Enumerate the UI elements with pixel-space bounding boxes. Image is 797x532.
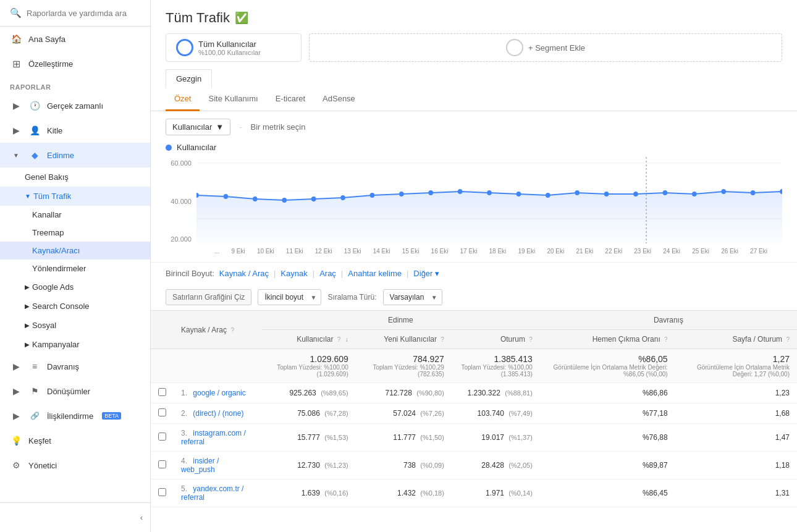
pages-help-icon[interactable]: ? (786, 336, 790, 343)
dim-anahtar-kelime[interactable]: Anahtar kelime (348, 269, 402, 278)
home-icon: 🏠 (10, 33, 22, 45)
sidebar-item-yonlendirmeler[interactable]: Yönlendirmeler (0, 260, 150, 277)
row-2-sessions-pct: (%7,49) (508, 410, 533, 417)
row-3-checkbox[interactable] (158, 433, 166, 441)
row-1-users: 925.263 (289, 389, 316, 397)
dim-arac[interactable]: Araç (319, 269, 336, 278)
plot-rows-button[interactable]: Satırların Grafiğini Çiz (166, 289, 251, 305)
add-metric-button[interactable]: Bir metrik seçin (251, 122, 306, 132)
tab-gezgin[interactable]: Gezgin (166, 69, 212, 88)
sidebar-item-davranis[interactable]: ▶ ≡ Davranış (0, 354, 150, 379)
row-5-source[interactable]: yandex.com.tr / referral (181, 484, 243, 502)
y-label-40k: 40.000 (166, 198, 196, 205)
dim-diger[interactable]: Diğer ▾ (413, 269, 439, 278)
col-header-new-users[interactable]: Yeni Kullanıcılar ? (356, 330, 452, 349)
users-help-icon[interactable]: ? (337, 336, 341, 343)
row-1-sessions: 1.230.322 (467, 389, 500, 397)
row-2-new-users-pct: (%7,26) (420, 410, 444, 417)
segment-1[interactable]: Tüm Kullanıcılar %100,00 Kullanıcılar (166, 33, 302, 62)
total-pages-sub: Görüntüleme İçin Ortalama Metrik Değeri:… (683, 364, 790, 378)
sidebar-item-kampanyalar[interactable]: ▶ Kampanyalar (0, 335, 150, 354)
col-header-sessions[interactable]: Oturum ? (452, 330, 540, 349)
bounce-help-icon[interactable]: ? (664, 336, 668, 343)
dim-kaynak-arac[interactable]: Kaynak / Araç (219, 269, 269, 278)
chart-plot (196, 157, 782, 245)
tab-site-kullanimi[interactable]: Site Kullanımı (200, 88, 266, 111)
sidebar-item-kitle[interactable]: ▶ 👤 Kitle (0, 118, 150, 143)
col-header-pages[interactable]: Sayfa / Oturum ? (675, 330, 797, 349)
sidebar-item-kesfet[interactable]: 💡 Keşfet (0, 428, 150, 453)
total-new-users: 784.927 (413, 354, 444, 364)
google-ads-expand-icon: ▶ (25, 284, 30, 290)
row-2-source[interactable]: (direct) / (none) (193, 409, 243, 418)
col-header-users[interactable]: Kullanıcılar ? ↓ (261, 330, 356, 349)
sidebar-item-iliskilendirme[interactable]: ▶ 🔗 İlişkilendirme BETA (0, 403, 150, 428)
primary-metric-dropdown[interactable]: Kullanıcılar ▼ (166, 119, 230, 135)
row-2-pages: 1,68 (775, 409, 790, 418)
row-1-checkbox[interactable] (158, 388, 166, 396)
tab-adsense[interactable]: AdSense (314, 88, 364, 111)
sidebar-item-gercek-zamanli[interactable]: ▶ 🕐 Gerçek zamanlı (0, 93, 150, 118)
y-label-60k: 60.000 (166, 159, 196, 167)
sidebar-item-google-ads[interactable]: ▶ Google Ads (0, 277, 150, 297)
secondary-dim-select[interactable]: İkincil boyut (258, 289, 321, 305)
dim-kaynak[interactable]: Kaynak (280, 269, 307, 278)
source-help-icon[interactable]: ? (230, 327, 234, 334)
search-input[interactable] (27, 9, 140, 18)
table-row: 3. instagram.com / referral 15.777 (%1,5… (151, 424, 797, 452)
row-5-pages: 1,31 (775, 489, 790, 497)
row-1-num: 1. (181, 389, 187, 397)
total-users: 1.029.609 (310, 354, 348, 364)
col-header-bounce[interactable]: Hemen Çıkma Oranı ? (540, 330, 675, 349)
sidebar-item-search-console[interactable]: ▶ Search Console (0, 297, 150, 316)
row-4-users-pct: (%1,23) (324, 462, 348, 469)
sidebar-item-yonetici[interactable]: ⚙ Yönetici (0, 453, 150, 478)
row-5-sessions: 1.971 (486, 489, 504, 497)
sidebar-item-donusumler[interactable]: ▶ ⚑ Dönüşümler (0, 379, 150, 403)
row-4-sessions-pct: (%2,05) (508, 462, 533, 469)
metrics-bar: Kullanıcılar ▼ - Bir metrik seçin (151, 111, 797, 143)
sidebar-item-edinme[interactable]: ▼ ◆ Edinme (0, 143, 150, 167)
collapse-sidebar-button[interactable]: ‹ (0, 508, 150, 527)
sidebar-item-kaynak-araci[interactable]: Kaynak/Aracı (0, 242, 150, 260)
chart-wrapper: 60.000 40.000 20.000 (166, 157, 782, 245)
kitle-expand-icon: ▶ (10, 124, 22, 137)
row-2-checkbox[interactable] (158, 408, 166, 416)
svg-point-18 (604, 192, 609, 196)
primary-dim-label: Birincil Boyut: (166, 269, 214, 278)
row-5-sessions-pct: (%0,14) (508, 489, 533, 497)
new-users-help-icon[interactable]: ? (441, 336, 444, 343)
table-row: 1. google / organic 925.263 (%89,65) 712… (151, 383, 797, 403)
segment-label: Tüm Kullanıcılar (198, 40, 261, 49)
sidebar-item-kanallar[interactable]: Kanallar (0, 206, 150, 224)
sidebar-item-treemap[interactable]: Treemap (0, 224, 150, 242)
row-4-checkbox[interactable] (158, 460, 166, 468)
kampanyalar-expand-icon: ▶ (25, 341, 30, 348)
row-4-pages: 1,18 (775, 461, 790, 470)
sessions-help-icon[interactable]: ? (529, 336, 533, 343)
row-2-users: 75.086 (297, 409, 320, 418)
tab-e-ticaret[interactable]: E-ticaret (267, 88, 314, 111)
kesfet-icon: 💡 (10, 434, 22, 447)
row-3-new-users: 11.777 (393, 433, 416, 442)
col-group-davranis: Davranış (540, 311, 797, 330)
search-bar[interactable]: 🔍 (0, 0, 150, 27)
tab-ozet[interactable]: Özet (166, 88, 200, 111)
table-row: 2. (direct) / (none) 75.086 (%7,28) 57.0… (151, 403, 797, 424)
row-5-checkbox[interactable] (158, 488, 166, 496)
svg-point-10 (370, 193, 375, 198)
add-segment-button[interactable]: + Segment Ekle (309, 33, 782, 62)
row-1-source[interactable]: google / organic (193, 389, 245, 397)
svg-point-6 (253, 196, 258, 201)
row-3-source[interactable]: instagram.com / referral (181, 429, 246, 446)
sidebar-item-sosyal[interactable]: ▶ Sosyal (0, 316, 150, 335)
sort-type-select[interactable]: Varsayılan (383, 289, 442, 305)
sidebar-item-genel-bakis[interactable]: Genel Bakış (0, 167, 150, 187)
sidebar-item-ozellestirme[interactable]: ⊞ Özelleştirme (0, 51, 150, 76)
status-check-icon: ✅ (235, 11, 248, 25)
collapse-icon: ‹ (140, 513, 143, 522)
row-5-num: 5. (181, 484, 187, 493)
sidebar-item-ana-sayfa[interactable]: 🏠 Ana Sayfa (0, 27, 150, 51)
row-2-users-pct: (%7,28) (324, 410, 348, 417)
sidebar-item-tum-trafik[interactable]: ▼ Tüm Trafik (0, 187, 150, 206)
